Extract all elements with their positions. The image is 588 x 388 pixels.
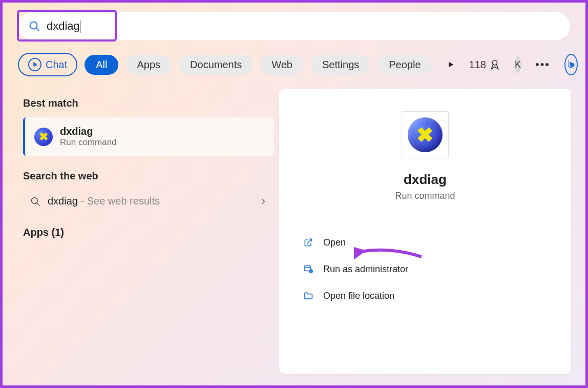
divider	[300, 220, 551, 220]
web-result-item[interactable]: dxdiag - See web results	[23, 190, 274, 212]
filter-tabs-row: Chat All Apps Documents Web Settings Peo…	[18, 51, 570, 78]
search-icon	[28, 20, 40, 32]
chevron-right-icon	[260, 198, 267, 205]
apps-heading: Apps (1)	[23, 227, 274, 238]
action-open-location[interactable]: Open file location	[300, 284, 551, 308]
bing-chat-icon	[28, 58, 41, 71]
web-hint: - See web results	[78, 195, 160, 207]
tab-people[interactable]: People	[377, 55, 432, 75]
action-label: Run as administrator	[323, 264, 408, 275]
folder-icon	[303, 290, 314, 301]
action-label: Open file location	[323, 291, 394, 301]
tab-documents[interactable]: Documents	[179, 55, 253, 75]
svg-line-1	[36, 28, 39, 31]
rewards-medal-icon	[489, 59, 500, 70]
svg-point-6	[309, 270, 313, 273]
rewards-number: 118	[469, 59, 486, 71]
overflow-menu-icon[interactable]: •••	[535, 58, 550, 71]
dxdiag-icon-large: ✖	[408, 117, 443, 152]
hero-title: dxdiag	[404, 172, 447, 188]
result-subtitle: Run command	[60, 137, 117, 148]
user-avatar[interactable]: K	[515, 56, 521, 73]
best-match-heading: Best match	[23, 97, 274, 109]
rewards-points[interactable]: 118	[469, 59, 500, 71]
more-tabs-icon[interactable]	[447, 60, 455, 69]
search-input[interactable]: dxdiag	[47, 19, 560, 33]
tab-all[interactable]: All	[85, 55, 118, 75]
avatar-initial: K	[515, 59, 521, 70]
dxdiag-icon: ✖	[34, 128, 53, 146]
action-label: Open	[323, 237, 346, 248]
svg-line-4	[37, 202, 39, 205]
web-term: dxdiag	[48, 195, 78, 207]
open-external-icon	[303, 237, 314, 248]
best-match-result[interactable]: ✖ dxdiag Run command	[23, 117, 274, 156]
text-caret	[80, 21, 80, 33]
action-run-admin[interactable]: Run as administrator	[300, 257, 551, 281]
svg-point-2	[492, 60, 497, 65]
run-admin-icon	[303, 263, 314, 275]
search-bar[interactable]: dxdiag	[18, 12, 570, 40]
tab-settings[interactable]: Settings	[311, 55, 370, 75]
tab-web[interactable]: Web	[260, 55, 304, 75]
search-value: dxdiag	[47, 19, 80, 32]
result-title: dxdiag	[60, 126, 117, 137]
hero-subtitle: Run command	[395, 191, 455, 201]
search-web-heading: Search the web	[23, 170, 274, 182]
bing-button[interactable]	[564, 54, 578, 75]
hero-icon-frame: ✖	[402, 111, 449, 158]
results-left-pane: Best match ✖ dxdiag Run command Search t…	[23, 97, 274, 238]
details-pane: ✖ dxdiag Run command Open Run as adminis…	[279, 89, 571, 374]
chat-tab[interactable]: Chat	[18, 53, 77, 76]
search-icon	[30, 196, 40, 207]
tab-apps[interactable]: Apps	[125, 55, 172, 75]
chat-label: Chat	[46, 59, 67, 71]
action-open[interactable]: Open	[300, 231, 551, 254]
actions-list: Open Run as administrator Open file loca…	[300, 231, 551, 308]
hero-section: ✖ dxdiag Run command	[300, 111, 551, 201]
